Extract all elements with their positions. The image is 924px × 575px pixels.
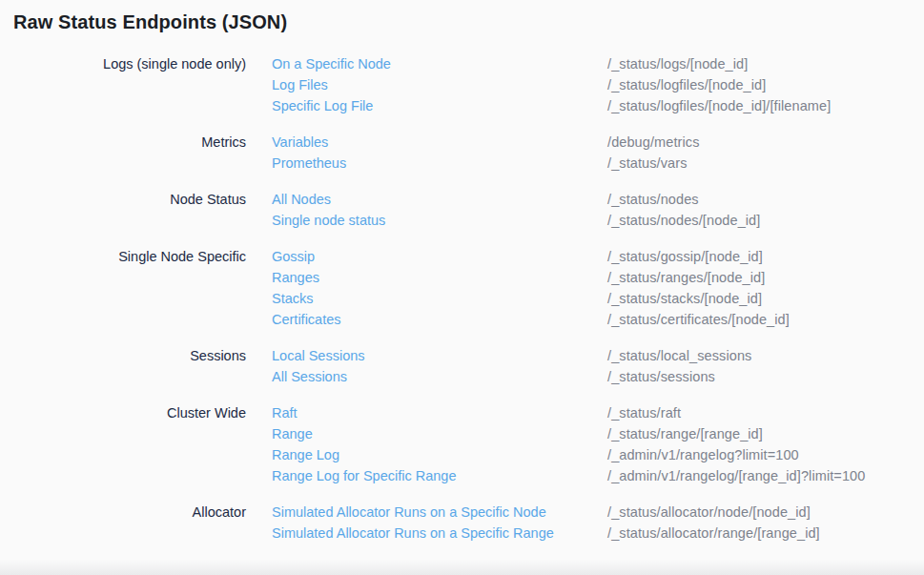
endpoints-list: Logs (single node only)On a Specific Nod… (13, 53, 924, 544)
endpoint-link[interactable]: Stacks (272, 288, 582, 309)
endpoint-row: Raft/_status/raft (272, 402, 924, 423)
bottom-fade (0, 560, 924, 575)
endpoint-link[interactable]: Log Files (272, 74, 582, 95)
section-rows: Simulated Allocator Runs on a Specific N… (272, 502, 924, 544)
endpoint-section: AllocatorSimulated Allocator Runs on a S… (13, 502, 924, 544)
section-rows: On a Specific Node/_status/logs/[node_id… (272, 53, 924, 116)
endpoint-link[interactable]: Range Log for Specific Range (272, 465, 582, 486)
endpoint-link[interactable]: Local Sessions (272, 345, 582, 366)
section-rows: All Nodes/_status/nodesSingle node statu… (272, 189, 924, 231)
endpoint-path: /_status/local_sessions (607, 345, 924, 366)
endpoint-row: Gossip/_status/gossip/[node_id] (272, 246, 924, 267)
endpoint-link[interactable]: Range Log (272, 444, 582, 465)
endpoint-section: Node StatusAll Nodes/_status/nodesSingle… (13, 189, 924, 231)
endpoint-link[interactable]: Single node status (272, 210, 582, 231)
endpoint-path: /_status/allocator/range/[range_id] (607, 523, 924, 544)
endpoint-link[interactable]: Ranges (272, 267, 582, 288)
endpoint-path: /_status/logfiles/[node_id]/[filename] (607, 95, 924, 116)
endpoint-path: /_status/nodes/[node_id] (607, 210, 924, 231)
endpoint-path: /_status/stacks/[node_id] (607, 288, 924, 309)
endpoint-row: All Sessions/_status/sessions (272, 366, 924, 387)
endpoint-link[interactable]: All Nodes (272, 189, 582, 210)
endpoint-row: Simulated Allocator Runs on a Specific R… (272, 523, 924, 544)
endpoint-path: /_status/raft (607, 402, 924, 423)
endpoint-path: /_admin/v1/rangelog?limit=100 (607, 444, 924, 465)
endpoint-path: /_status/range/[range_id] (607, 423, 924, 444)
endpoint-link[interactable]: Variables (272, 132, 582, 153)
endpoint-row: Ranges/_status/ranges/[node_id] (272, 267, 924, 288)
endpoint-link[interactable]: Prometheus (272, 153, 582, 174)
endpoint-path: /_status/allocator/node/[node_id] (607, 502, 924, 523)
endpoint-section: Cluster WideRaft/_status/raftRange/_stat… (13, 402, 924, 486)
endpoint-link[interactable]: On a Specific Node (272, 53, 582, 74)
category-label: Metrics (13, 132, 246, 153)
section-rows: Gossip/_status/gossip/[node_id]Ranges/_s… (272, 246, 924, 330)
endpoint-row: Log Files/_status/logfiles/[node_id] (272, 74, 924, 95)
endpoint-path: /_status/certificates/[node_id] (607, 309, 924, 330)
endpoint-row: Range/_status/range/[range_id] (272, 423, 924, 444)
endpoint-row: Prometheus/_status/vars (272, 153, 924, 174)
endpoint-row: All Nodes/_status/nodes (272, 189, 924, 210)
endpoint-row: On a Specific Node/_status/logs/[node_id… (272, 53, 924, 74)
section-rows: Local Sessions/_status/local_sessionsAll… (272, 345, 924, 387)
endpoint-link[interactable]: Simulated Allocator Runs on a Specific R… (272, 523, 582, 544)
endpoint-row: Specific Log File/_status/logfiles/[node… (272, 95, 924, 116)
endpoint-row: Single node status/_status/nodes/[node_i… (272, 210, 924, 231)
endpoint-row: Range Log/_admin/v1/rangelog?limit=100 (272, 444, 924, 465)
endpoint-link[interactable]: Raft (272, 402, 582, 423)
section-rows: Variables/debug/metricsPrometheus/_statu… (272, 132, 924, 174)
endpoint-path: /debug/metrics (607, 132, 924, 153)
endpoint-link[interactable]: Specific Log File (272, 95, 582, 116)
endpoint-row: Range Log for Specific Range/_admin/v1/r… (272, 465, 924, 486)
endpoint-section: MetricsVariables/debug/metricsPrometheus… (13, 132, 924, 174)
endpoint-row: Simulated Allocator Runs on a Specific N… (272, 502, 924, 523)
endpoint-row: Local Sessions/_status/local_sessions (272, 345, 924, 366)
page-title: Raw Status Endpoints (JSON) (13, 10, 924, 34)
endpoint-link[interactable]: All Sessions (272, 366, 582, 387)
endpoint-section: SessionsLocal Sessions/_status/local_ses… (13, 345, 924, 387)
endpoint-section: Single Node SpecificGossip/_status/gossi… (13, 246, 924, 330)
endpoint-row: Stacks/_status/stacks/[node_id] (272, 288, 924, 309)
section-rows: Raft/_status/raftRange/_status/range/[ra… (272, 402, 924, 486)
endpoint-path: /_status/nodes (607, 189, 924, 210)
category-label: Sessions (13, 345, 246, 366)
endpoint-path: /_status/sessions (607, 366, 924, 387)
category-label: Allocator (13, 502, 246, 523)
endpoint-path: /_status/logs/[node_id] (607, 53, 924, 74)
endpoint-link[interactable]: Range (272, 423, 582, 444)
endpoint-row: Certificates/_status/certificates/[node_… (272, 309, 924, 330)
category-label: Single Node Specific (13, 246, 246, 267)
endpoint-section: Logs (single node only)On a Specific Nod… (13, 53, 924, 116)
endpoint-path: /_status/vars (607, 153, 924, 174)
endpoint-link[interactable]: Gossip (272, 246, 582, 267)
category-label: Cluster Wide (13, 402, 246, 423)
category-label: Node Status (13, 189, 246, 210)
endpoint-link[interactable]: Certificates (272, 309, 582, 330)
debug-endpoints-page: Raw Status Endpoints (JSON) Logs (single… (0, 0, 924, 544)
endpoint-link[interactable]: Simulated Allocator Runs on a Specific N… (272, 502, 582, 523)
category-label: Logs (single node only) (13, 53, 246, 74)
endpoint-path: /_status/logfiles/[node_id] (607, 74, 924, 95)
endpoint-path: /_status/ranges/[node_id] (607, 267, 924, 288)
endpoint-path: /_status/gossip/[node_id] (607, 246, 924, 267)
endpoint-row: Variables/debug/metrics (272, 132, 924, 153)
endpoint-path: /_admin/v1/rangelog/[range_id]?limit=100 (607, 465, 924, 486)
